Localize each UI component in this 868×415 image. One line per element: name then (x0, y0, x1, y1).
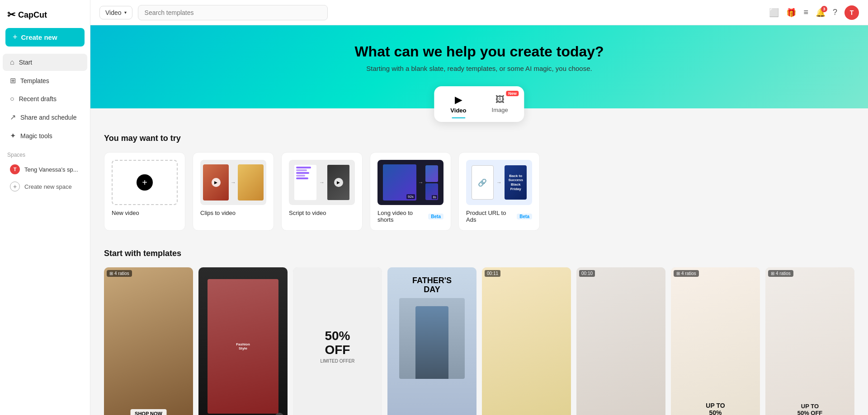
gift-icon[interactable]: 🎁 (786, 8, 796, 18)
user-space-item[interactable]: T Teng Vanessa's sp... (3, 161, 87, 178)
template-card-2[interactable]: FashionStyle ▶ (198, 267, 288, 415)
sidebar-item-start-label: Start (19, 59, 33, 66)
video-dropdown[interactable]: Video ▾ (99, 6, 132, 19)
spaces-section-label: Spaces (0, 145, 90, 161)
template-card-7[interactable]: ⊞ 4 ratios UP TO50% (671, 267, 760, 415)
script-to-video-thumb: → ▶ (289, 160, 355, 205)
clips-to-video-thumb: ▶ → (200, 160, 266, 205)
chevron-down-icon: ▾ (124, 10, 127, 15)
space-avatar: T (10, 164, 20, 174)
template-inner-1: ⊞ 4 ratios SHOP NOW (104, 267, 193, 415)
template-card-wrap-4: FATHER'SDAY Father's Day (387, 267, 476, 415)
image-tab-icon: 🖼 (495, 94, 505, 105)
ratios-badge-1: ⊞ 4 ratios (107, 270, 132, 277)
ratios-icon-1: ⊞ (109, 271, 113, 276)
ratios-icon-8: ⊞ (771, 271, 774, 276)
template-card-1[interactable]: ⊞ 4 ratios SHOP NOW (104, 267, 193, 415)
magic-icon: ✦ (10, 131, 16, 140)
template-card-6[interactable]: 00:10 ❤ 7 (576, 267, 665, 415)
try-card-new-video[interactable]: + New video (104, 152, 185, 231)
template-card-5[interactable]: 00:11 ❤ 25 (482, 267, 571, 415)
tab-video-label: Video (450, 107, 466, 114)
play-icon: ▶ (212, 178, 221, 187)
template-inner-5: 00:11 ❤ 25 (482, 267, 571, 415)
shop-now-text-1: SHOP NOW (130, 409, 167, 415)
tab-video[interactable]: ▶ Video (438, 90, 479, 118)
shorts-clips: 8s (425, 165, 438, 200)
template-card-wrap-8: ⊞ 4 ratios UP TO50% OFF Up to 50% everyt… (765, 267, 854, 415)
bell-icon[interactable]: 🔔 3 (816, 8, 826, 18)
video-dropdown-label: Video (105, 9, 122, 16)
play-icon-2: ▶ (334, 178, 343, 187)
help-icon[interactable]: ? (833, 8, 837, 17)
hero-title: What can we help you create today? (99, 43, 859, 60)
video-tab-icon: ▶ (455, 94, 462, 105)
template-inner-4: FATHER'SDAY (387, 267, 476, 415)
share-icon: ↗ (10, 113, 16, 121)
clip-left-img: ▶ (203, 164, 229, 201)
sidebar-item-recent-drafts[interactable]: ○ Recent drafts (3, 90, 87, 107)
notification-badge: 3 (821, 6, 827, 12)
main-area: Video ▾ ⬜ 🎁 ≡ 🔔 3 ? T What can we help y… (90, 0, 868, 415)
beta-badge-product: Beta (517, 214, 532, 219)
hero-subtitle: Starting with a blank slate, ready templ… (99, 65, 859, 72)
template-inner-8: ⊞ 4 ratios UP TO50% OFF (765, 267, 854, 415)
ratios-badge-7: ⊞ 4 ratios (674, 270, 699, 277)
search-input[interactable] (138, 5, 328, 20)
sidebar: ✂ CapCut + Create new ⌂ Start ⊞ Template… (0, 0, 90, 415)
sidebar-item-start[interactable]: ⌂ Start (3, 54, 87, 71)
capcut-logo-icon: ✂ (7, 9, 15, 21)
script-arrow-icon: → (319, 179, 325, 186)
template-card-3[interactable]: 50%OFF LIMITED OFFER (293, 267, 382, 415)
template-card-8[interactable]: ⊞ 4 ratios UP TO50% OFF (765, 267, 854, 415)
sidebar-item-templates[interactable]: ⊞ Templates (3, 72, 87, 89)
template-card-wrap-2: FashionStyle ▶ Fashion Style (198, 267, 288, 415)
template-card-wrap-3: 50%OFF LIMITED OFFER 50% OFF Sale (293, 267, 382, 415)
template-duration-5: 00:11 (485, 270, 500, 277)
template-inner-7: ⊞ 4 ratios UP TO50% (671, 267, 760, 415)
create-space-button[interactable]: + Create new space (3, 178, 87, 195)
topbar-right: ⬜ 🎁 ≡ 🔔 3 ? T (769, 5, 859, 20)
try-card-clips-to-video[interactable]: ▶ → Clips to video (193, 152, 274, 231)
create-space-label: Create new space (24, 183, 72, 190)
product-video-preview: Back to Success Black Friday (505, 165, 527, 200)
try-card-product-url-ads[interactable]: 🔗 → Back to Success Black Friday Product… (458, 152, 540, 231)
tab-image[interactable]: New 🖼 Image (479, 90, 521, 118)
script-to-video-label: Script to video (289, 210, 326, 216)
new-video-thumb: + (112, 160, 178, 205)
monitor-icon[interactable]: ⬜ (769, 8, 779, 18)
plus-icon: + (13, 33, 18, 42)
template-card-wrap-7: ⊞ 4 ratios UP TO50% Up to 50% off... (671, 267, 760, 415)
try-card-script-to-video[interactable]: → ▶ Script to video (281, 152, 363, 231)
layers-icon[interactable]: ≡ (803, 8, 808, 17)
templates-section-title: Start with templates (104, 249, 854, 258)
ratios-badge-8: ⊞ 4 ratios (768, 270, 793, 277)
script-video-icon: ▶ (327, 165, 349, 200)
try-cards: + New video ▶ → Clips (104, 152, 854, 231)
template-card-wrap-5: 00:11 ❤ 25 Summer Sales Make-up... (482, 267, 571, 415)
long-video-arrow-icon: → (418, 179, 424, 186)
tab-image-label: Image (492, 107, 508, 113)
sidebar-item-magic-label: Magic tools (20, 132, 52, 140)
create-space-plus-icon: + (10, 182, 20, 191)
create-new-label: Create new (21, 33, 57, 41)
sidebar-item-share-schedule[interactable]: ↗ Share and schedule (3, 108, 87, 126)
template-grid: ⊞ 4 ratios SHOP NOW Shop Now Sneakers (104, 267, 854, 415)
sidebar-item-magic-tools[interactable]: ✦ Magic tools (3, 127, 87, 145)
new-video-plus-icon: + (137, 174, 153, 191)
home-icon: ⌂ (10, 58, 14, 66)
sidebar-item-share-label: Share and schedule (20, 114, 77, 121)
create-new-button[interactable]: + Create new (5, 28, 85, 47)
sidebar-item-drafts-label: Recent drafts (19, 95, 57, 103)
product-arrow-icon: → (496, 179, 502, 186)
templates-icon: ⊞ (10, 76, 16, 85)
template-card-4[interactable]: FATHER'SDAY (387, 267, 476, 415)
product-url-thumb: 🔗 → Back to Success Black Friday (466, 160, 532, 205)
script-doc-icon (294, 165, 316, 200)
template-inner-2: FashionStyle ▶ (198, 267, 288, 415)
sidebar-item-templates-label: Templates (20, 77, 49, 84)
try-card-long-video-to-shorts[interactable]: 92s → 8s Long video to shorts Beta (370, 152, 451, 231)
beta-badge-long-video: Beta (428, 214, 443, 219)
ratios-icon-7: ⊞ (676, 271, 680, 276)
user-avatar[interactable]: T (844, 5, 859, 20)
